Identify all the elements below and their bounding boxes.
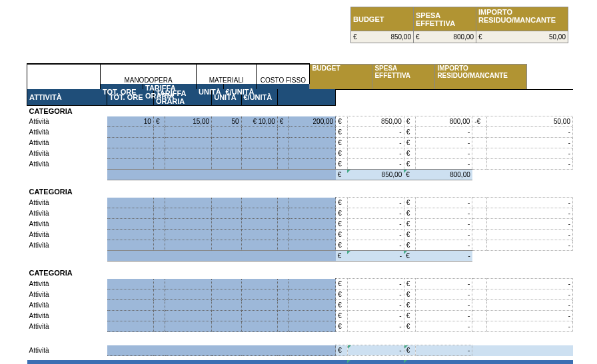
activity-row[interactable]: Attività € - € - -	[27, 159, 573, 170]
activity-row[interactable]: Attività € - € - -	[27, 311, 573, 321]
cell-fixed[interactable]	[289, 127, 336, 138]
cell-sp-cur[interactable]: €	[404, 219, 415, 230]
cell-unit-price[interactable]	[241, 289, 277, 300]
cell-rate[interactable]	[165, 240, 212, 251]
cell-rate[interactable]: 15,00	[165, 116, 212, 127]
cell-hours[interactable]	[107, 198, 154, 208]
cell-fixed-cur[interactable]	[277, 127, 289, 138]
cell-units[interactable]	[212, 159, 241, 170]
cell-sp[interactable]: -	[416, 219, 472, 230]
cell-hours[interactable]: 10	[107, 116, 154, 127]
cell-fixed[interactable]	[289, 321, 336, 332]
cell-sp-cur[interactable]: €	[404, 198, 415, 208]
cell-rate[interactable]	[165, 198, 212, 208]
cell-bud[interactable]: -	[347, 300, 404, 311]
cell-sp[interactable]: 800,00	[416, 116, 472, 127]
cell-units[interactable]	[212, 208, 241, 219]
cell-bud-cur[interactable]: €	[336, 198, 347, 208]
cell-unit-price[interactable]	[241, 321, 277, 332]
cell-fixed[interactable]	[289, 300, 336, 311]
cell-fixed-cur[interactable]	[277, 321, 289, 332]
cell-unit-price[interactable]	[241, 198, 277, 208]
cell-hours[interactable]	[107, 127, 154, 138]
cell-bud-cur[interactable]: €	[336, 279, 347, 289]
cell-bud[interactable]: -	[347, 138, 404, 148]
cell-fixed[interactable]	[289, 208, 336, 219]
cell-unit-price[interactable]	[241, 279, 277, 289]
cell-units[interactable]	[212, 279, 241, 289]
activity-row[interactable]: Attività € - € - -	[27, 198, 573, 208]
activity-row[interactable]: Attività € - € - -	[27, 321, 573, 332]
cell-fixed-cur[interactable]	[277, 208, 289, 219]
cell-bud-cur[interactable]: €	[336, 230, 347, 240]
cell-units[interactable]: 50	[212, 116, 241, 127]
cell-fixed-cur[interactable]	[277, 148, 289, 159]
cell-bud-cur[interactable]: €	[336, 159, 347, 170]
cell-bud[interactable]: 850,00	[347, 116, 404, 127]
cell-hours[interactable]	[107, 138, 154, 148]
cell-sp[interactable]: -	[416, 230, 472, 240]
cell-units[interactable]	[212, 311, 241, 321]
cell-sp[interactable]: -	[416, 300, 472, 311]
cell-bud-cur[interactable]: €	[336, 148, 347, 159]
cell-hours[interactable]	[107, 240, 154, 251]
cell-sp-cur[interactable]: €	[404, 230, 415, 240]
cell-unit-price[interactable]	[241, 208, 277, 219]
cell-bud-cur[interactable]: €	[336, 300, 347, 311]
cell-units[interactable]	[212, 148, 241, 159]
cell-fixed-cur[interactable]	[277, 289, 289, 300]
cell-fixed[interactable]	[289, 289, 336, 300]
cell-hours[interactable]	[107, 279, 154, 289]
cell-rate-cur[interactable]	[153, 300, 165, 311]
cell-bud[interactable]: -	[347, 208, 404, 219]
cell-unit-price[interactable]	[241, 159, 277, 170]
cell-rate[interactable]	[165, 289, 212, 300]
cell-fixed[interactable]	[289, 219, 336, 230]
cell-sp-cur[interactable]: €	[404, 148, 415, 159]
cell-sp[interactable]: -	[416, 148, 472, 159]
cell-fixed[interactable]	[289, 279, 336, 289]
cell-unit-price[interactable]	[241, 127, 277, 138]
cell-rate[interactable]	[165, 148, 212, 159]
cell-unit-price[interactable]	[241, 311, 277, 321]
cell-sp-cur[interactable]: €	[404, 321, 415, 332]
cell-bud-cur[interactable]: €	[336, 138, 347, 148]
cell-unit-price[interactable]	[241, 138, 277, 148]
cell-bud[interactable]: -	[347, 321, 404, 332]
cell-units[interactable]	[212, 138, 241, 148]
cell-rate-cur[interactable]	[153, 198, 165, 208]
cell-rate[interactable]	[165, 279, 212, 289]
cell-rate-cur[interactable]	[153, 148, 165, 159]
cell-units[interactable]	[212, 240, 241, 251]
cell-bud[interactable]: -	[347, 198, 404, 208]
activity-row[interactable]: Attività € - € - -	[27, 230, 573, 240]
cell-fixed-cur[interactable]	[277, 300, 289, 311]
cell-sp[interactable]: -	[416, 289, 472, 300]
cell-sp[interactable]: -	[416, 138, 472, 148]
cell-unit-price[interactable]	[241, 240, 277, 251]
cell-bud[interactable]: -	[347, 127, 404, 138]
cell-bud-cur[interactable]: €	[336, 321, 347, 332]
cell-fixed-cur[interactable]	[277, 219, 289, 230]
loose-attivita-row[interactable]: Attività € - € -	[27, 345, 573, 356]
cell-rate[interactable]	[165, 138, 212, 148]
cell-rate[interactable]	[165, 311, 212, 321]
cell-rate-cur[interactable]	[153, 159, 165, 170]
cell-fixed[interactable]	[289, 198, 336, 208]
cell-unit-price[interactable]	[241, 148, 277, 159]
activity-row[interactable]: Attività € - € - -	[27, 289, 573, 300]
cell-sp-cur[interactable]: €	[404, 116, 415, 127]
cell-rate[interactable]	[165, 230, 212, 240]
cell-fixed-cur[interactable]	[277, 159, 289, 170]
cell-rate-cur[interactable]	[153, 311, 165, 321]
cell-sp-cur[interactable]: €	[404, 127, 415, 138]
activity-row[interactable]: Attività € - € - -	[27, 138, 573, 148]
cell-sp[interactable]: -	[416, 159, 472, 170]
cell-hours[interactable]	[107, 321, 154, 332]
cell-bud[interactable]: -	[347, 219, 404, 230]
main-data-table[interactable]: ATTIVITÀ TOT. ORE TARIFFA ORARIA UNITÀ €…	[27, 89, 573, 365]
cell-bud[interactable]: -	[347, 240, 404, 251]
cell-fixed-cur[interactable]: €	[277, 116, 289, 127]
cell-bud-cur[interactable]: €	[336, 240, 347, 251]
cell-hours[interactable]	[107, 289, 154, 300]
